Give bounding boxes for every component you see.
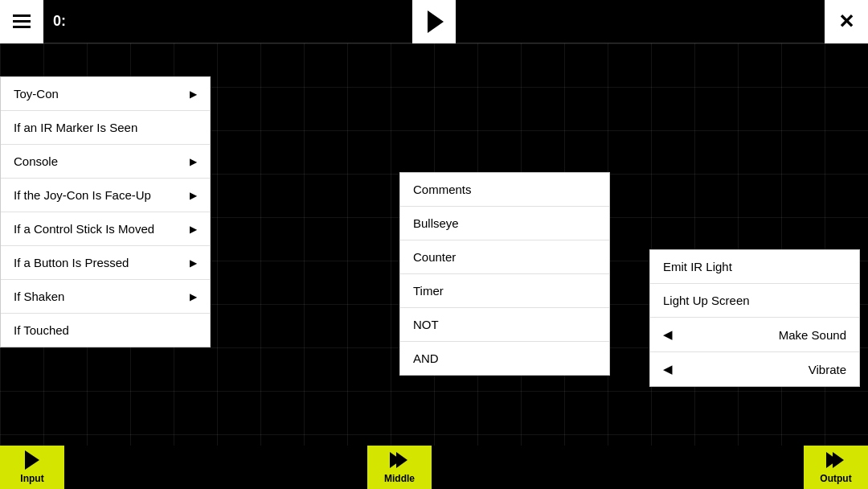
input-tab-label: Input — [20, 473, 43, 484]
middle-menu-item-not[interactable]: NOT — [400, 308, 609, 342]
output-arrow-icon — [826, 450, 845, 470]
left-menu-item-shaken[interactable]: If Shaken ▶ — [1, 280, 210, 314]
input-tab[interactable]: Input — [0, 446, 64, 489]
counter-display: 0: — [53, 13, 66, 30]
input-arrow-icon — [25, 450, 39, 470]
right-menu-item-make-sound[interactable]: ◀ Make Sound — [650, 318, 859, 352]
left-dropdown-menu: Toy-Con ▶ If an IR Marker Is Seen Consol… — [0, 76, 211, 347]
left-menu-item-console[interactable]: Console ▶ — [1, 145, 210, 179]
left-menu-item-joycon-faceup[interactable]: If the Joy-Con Is Face-Up ▶ — [1, 179, 210, 212]
arrow-right-icon: ▶ — [190, 224, 197, 235]
left-menu-item-control-stick[interactable]: If a Control Stick Is Moved ▶ — [1, 212, 210, 246]
middle-dropdown-menu: Comments Bullseye Counter Timer NOT AND — [399, 172, 610, 376]
middle-tab-label: Middle — [384, 473, 415, 484]
left-menu-item-button-pressed[interactable]: If a Button Is Pressed ▶ — [1, 246, 210, 280]
menu-button[interactable] — [0, 0, 43, 43]
output-tab-label: Output — [820, 473, 851, 484]
arrow-right-icon: ▶ — [190, 88, 197, 100]
right-menu-item-emit-ir[interactable]: Emit IR Light — [650, 250, 859, 284]
arrow-right-icon: ▶ — [190, 291, 197, 302]
bottom-tabs: Input Middle Output — [0, 446, 868, 489]
left-menu-item-ir-marker[interactable]: If an IR Marker Is Seen — [1, 111, 210, 145]
right-menu-item-vibrate[interactable]: ◀ Vibrate — [650, 352, 859, 386]
middle-menu-item-and[interactable]: AND — [400, 342, 609, 375]
middle-menu-item-bullseye[interactable]: Bullseye — [400, 207, 609, 240]
middle-menu-item-timer[interactable]: Timer — [400, 274, 609, 308]
arrow-right-icon: ▶ — [190, 156, 197, 167]
middle-tab[interactable]: Middle — [367, 446, 432, 489]
left-menu-item-toycon[interactable]: Toy-Con ▶ — [1, 77, 210, 111]
arrow-right-icon: ▶ — [190, 257, 197, 269]
arrow-right-icon: ▶ — [190, 190, 197, 201]
middle-arrow-icon — [390, 450, 409, 470]
output-tab[interactable]: Output — [804, 446, 868, 489]
top-bar: 0: ✕ — [0, 0, 868, 43]
middle-menu-item-counter[interactable]: Counter — [400, 240, 609, 274]
left-menu-item-touched[interactable]: If Touched — [1, 314, 210, 347]
right-dropdown-menu: Emit IR Light Light Up Screen ◀ Make Sou… — [649, 249, 860, 387]
right-menu-item-light-screen[interactable]: Light Up Screen — [650, 284, 859, 318]
play-button[interactable] — [412, 0, 456, 43]
play-icon — [428, 10, 444, 33]
close-button[interactable]: ✕ — [825, 0, 868, 43]
hamburger-icon — [13, 14, 31, 28]
middle-menu-item-comments[interactable]: Comments — [400, 173, 609, 207]
